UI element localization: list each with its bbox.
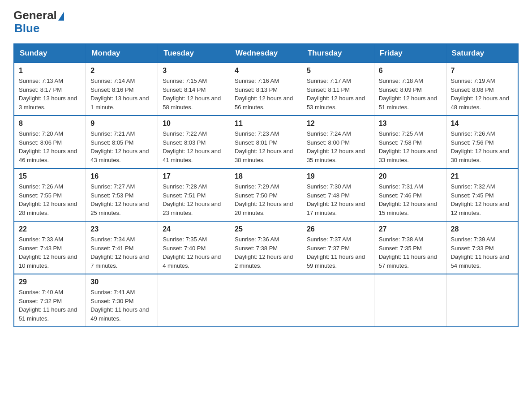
day-info: Sunrise: 7:32 AMSunset: 7:45 PMDaylight:… xyxy=(451,182,513,217)
calendar-cell: 13Sunrise: 7:25 AMSunset: 7:58 PMDayligh… xyxy=(374,116,446,168)
calendar-cell: 21Sunrise: 7:32 AMSunset: 7:45 PMDayligh… xyxy=(446,168,518,221)
calendar-cell: 2Sunrise: 7:14 AMSunset: 8:16 PMDaylight… xyxy=(86,63,158,116)
day-info: Sunrise: 7:19 AMSunset: 8:08 PMDaylight:… xyxy=(451,77,513,111)
day-number: 21 xyxy=(451,172,513,180)
day-number: 6 xyxy=(379,67,442,75)
weekday-header-monday: Monday xyxy=(86,44,158,63)
day-number: 20 xyxy=(379,172,442,180)
day-info: Sunrise: 7:16 AMSunset: 8:13 PMDaylight:… xyxy=(235,77,297,111)
day-number: 14 xyxy=(451,120,513,128)
calendar-cell xyxy=(302,274,374,327)
day-number: 7 xyxy=(451,67,513,75)
calendar-cell: 30Sunrise: 7:41 AMSunset: 7:30 PMDayligh… xyxy=(86,274,158,327)
day-number: 9 xyxy=(90,120,153,128)
day-info: Sunrise: 7:20 AMSunset: 8:06 PMDaylight:… xyxy=(19,129,81,164)
day-info: Sunrise: 7:30 AMSunset: 7:48 PMDaylight:… xyxy=(307,182,369,217)
calendar-cell: 26Sunrise: 7:37 AMSunset: 7:37 PMDayligh… xyxy=(302,221,374,274)
calendar-cell: 3Sunrise: 7:15 AMSunset: 8:14 PMDaylight… xyxy=(158,63,230,116)
calendar-cell: 10Sunrise: 7:22 AMSunset: 8:03 PMDayligh… xyxy=(158,116,230,168)
calendar-cell xyxy=(374,274,446,327)
day-info: Sunrise: 7:23 AMSunset: 8:01 PMDaylight:… xyxy=(235,129,297,164)
day-info: Sunrise: 7:21 AMSunset: 8:05 PMDaylight:… xyxy=(90,129,153,164)
weekday-header-saturday: Saturday xyxy=(446,44,518,63)
calendar-cell: 11Sunrise: 7:23 AMSunset: 8:01 PMDayligh… xyxy=(230,116,302,168)
weekday-header-sunday: Sunday xyxy=(14,44,86,63)
day-number: 26 xyxy=(307,225,369,233)
day-info: Sunrise: 7:36 AMSunset: 7:38 PMDaylight:… xyxy=(235,235,297,270)
calendar-week-row: 15Sunrise: 7:26 AMSunset: 7:55 PMDayligh… xyxy=(14,168,518,221)
day-info: Sunrise: 7:17 AMSunset: 8:11 PMDaylight:… xyxy=(307,77,369,111)
day-info: Sunrise: 7:37 AMSunset: 7:37 PMDaylight:… xyxy=(307,235,369,270)
calendar-cell: 9Sunrise: 7:21 AMSunset: 8:05 PMDaylight… xyxy=(86,116,158,168)
day-info: Sunrise: 7:14 AMSunset: 8:16 PMDaylight:… xyxy=(90,77,153,111)
calendar-week-row: 1Sunrise: 7:13 AMSunset: 8:17 PMDaylight… xyxy=(14,63,518,116)
day-number: 10 xyxy=(163,120,225,128)
day-info: Sunrise: 7:22 AMSunset: 8:03 PMDaylight:… xyxy=(163,129,225,164)
day-info: Sunrise: 7:40 AMSunset: 7:32 PMDaylight:… xyxy=(19,288,81,323)
day-info: Sunrise: 7:31 AMSunset: 7:46 PMDaylight:… xyxy=(379,182,442,217)
calendar-cell: 4Sunrise: 7:16 AMSunset: 8:13 PMDaylight… xyxy=(230,63,302,116)
calendar-week-row: 29Sunrise: 7:40 AMSunset: 7:32 PMDayligh… xyxy=(14,274,518,327)
day-number: 16 xyxy=(90,172,153,180)
day-number: 28 xyxy=(451,225,513,233)
day-number: 25 xyxy=(235,225,297,233)
day-info: Sunrise: 7:29 AMSunset: 7:50 PMDaylight:… xyxy=(235,182,297,217)
calendar-cell: 12Sunrise: 7:24 AMSunset: 8:00 PMDayligh… xyxy=(302,116,374,168)
day-number: 5 xyxy=(307,67,369,75)
calendar-cell: 14Sunrise: 7:26 AMSunset: 7:56 PMDayligh… xyxy=(446,116,518,168)
day-number: 3 xyxy=(163,67,225,75)
weekday-header-thursday: Thursday xyxy=(302,44,374,63)
calendar-cell: 29Sunrise: 7:40 AMSunset: 7:32 PMDayligh… xyxy=(14,274,86,327)
day-info: Sunrise: 7:24 AMSunset: 8:00 PMDaylight:… xyxy=(307,129,369,164)
day-number: 29 xyxy=(19,278,81,286)
weekday-header-friday: Friday xyxy=(374,44,446,63)
day-number: 15 xyxy=(19,172,81,180)
calendar-week-row: 22Sunrise: 7:33 AMSunset: 7:43 PMDayligh… xyxy=(14,221,518,274)
page-header: GeneralBlue xyxy=(13,9,519,34)
calendar-cell: 7Sunrise: 7:19 AMSunset: 8:08 PMDaylight… xyxy=(446,63,518,116)
calendar-cell: 17Sunrise: 7:28 AMSunset: 7:51 PMDayligh… xyxy=(158,168,230,221)
calendar-cell: 24Sunrise: 7:35 AMSunset: 7:40 PMDayligh… xyxy=(158,221,230,274)
logo: GeneralBlue xyxy=(13,9,64,34)
calendar-week-row: 8Sunrise: 7:20 AMSunset: 8:06 PMDaylight… xyxy=(14,116,518,168)
day-number: 27 xyxy=(379,225,442,233)
day-info: Sunrise: 7:13 AMSunset: 8:17 PMDaylight:… xyxy=(19,77,81,111)
day-number: 4 xyxy=(235,67,297,75)
day-info: Sunrise: 7:39 AMSunset: 7:33 PMDaylight:… xyxy=(451,235,513,270)
calendar-header-row: SundayMondayTuesdayWednesdayThursdayFrid… xyxy=(14,44,518,63)
day-number: 2 xyxy=(90,67,153,75)
day-info: Sunrise: 7:41 AMSunset: 7:30 PMDaylight:… xyxy=(90,288,153,323)
day-info: Sunrise: 7:38 AMSunset: 7:35 PMDaylight:… xyxy=(379,235,442,270)
calendar-cell: 5Sunrise: 7:17 AMSunset: 8:11 PMDaylight… xyxy=(302,63,374,116)
calendar-cell: 22Sunrise: 7:33 AMSunset: 7:43 PMDayligh… xyxy=(14,221,86,274)
calendar-cell: 19Sunrise: 7:30 AMSunset: 7:48 PMDayligh… xyxy=(302,168,374,221)
calendar-cell: 23Sunrise: 7:34 AMSunset: 7:41 PMDayligh… xyxy=(86,221,158,274)
day-number: 24 xyxy=(163,225,225,233)
day-number: 13 xyxy=(379,120,442,128)
day-number: 12 xyxy=(307,120,369,128)
day-info: Sunrise: 7:26 AMSunset: 7:55 PMDaylight:… xyxy=(19,182,81,217)
weekday-header-tuesday: Tuesday xyxy=(158,44,230,63)
calendar-cell xyxy=(230,274,302,327)
calendar-cell: 18Sunrise: 7:29 AMSunset: 7:50 PMDayligh… xyxy=(230,168,302,221)
calendar-cell: 8Sunrise: 7:20 AMSunset: 8:06 PMDaylight… xyxy=(14,116,86,168)
day-number: 11 xyxy=(235,120,297,128)
day-info: Sunrise: 7:27 AMSunset: 7:53 PMDaylight:… xyxy=(90,182,153,217)
day-info: Sunrise: 7:34 AMSunset: 7:41 PMDaylight:… xyxy=(90,235,153,270)
day-info: Sunrise: 7:35 AMSunset: 7:40 PMDaylight:… xyxy=(163,235,225,270)
calendar-cell: 16Sunrise: 7:27 AMSunset: 7:53 PMDayligh… xyxy=(86,168,158,221)
calendar-cell xyxy=(158,274,230,327)
day-info: Sunrise: 7:28 AMSunset: 7:51 PMDaylight:… xyxy=(163,182,225,217)
day-info: Sunrise: 7:26 AMSunset: 7:56 PMDaylight:… xyxy=(451,129,513,164)
calendar-table: SundayMondayTuesdayWednesdayThursdayFrid… xyxy=(13,43,519,327)
calendar-cell: 25Sunrise: 7:36 AMSunset: 7:38 PMDayligh… xyxy=(230,221,302,274)
weekday-header-wednesday: Wednesday xyxy=(230,44,302,63)
day-info: Sunrise: 7:25 AMSunset: 7:58 PMDaylight:… xyxy=(379,129,442,164)
calendar-cell: 1Sunrise: 7:13 AMSunset: 8:17 PMDaylight… xyxy=(14,63,86,116)
calendar-cell xyxy=(446,274,518,327)
day-number: 18 xyxy=(235,172,297,180)
day-info: Sunrise: 7:15 AMSunset: 8:14 PMDaylight:… xyxy=(163,77,225,111)
day-info: Sunrise: 7:18 AMSunset: 8:09 PMDaylight:… xyxy=(379,77,442,111)
day-number: 17 xyxy=(163,172,225,180)
calendar-cell: 15Sunrise: 7:26 AMSunset: 7:55 PMDayligh… xyxy=(14,168,86,221)
